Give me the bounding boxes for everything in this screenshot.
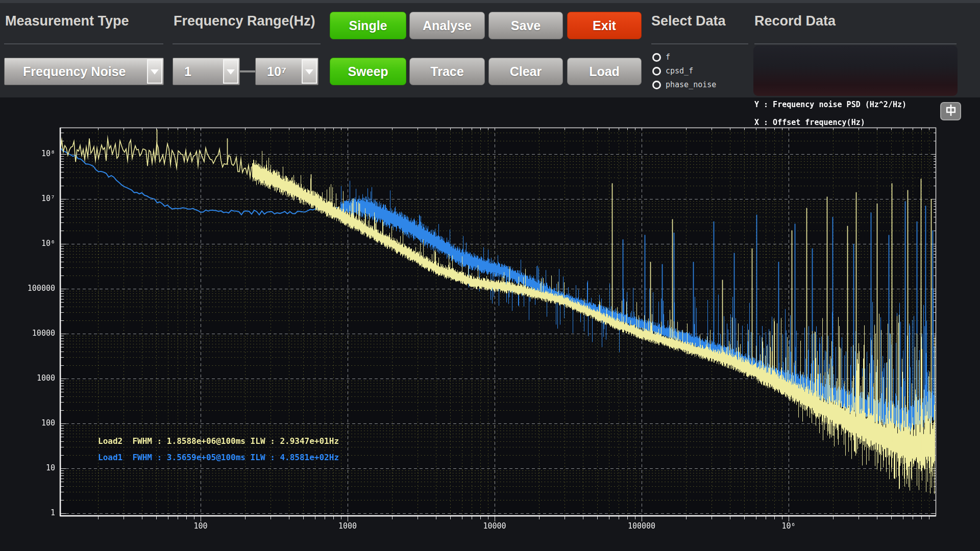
x-tick-label: 100000 [621, 521, 662, 531]
x-tick-label: 100 [180, 521, 221, 531]
trace-button[interactable]: Trace [409, 58, 485, 85]
chinese-lang-icon [946, 104, 956, 118]
radio-f-label: f [666, 53, 670, 62]
x-axis-note: X : Offset frequency(Hz) [754, 118, 865, 127]
single-button[interactable]: Single [330, 12, 406, 39]
y-tick-label: 100000 [10, 284, 55, 293]
x-tick-label: 10000 [474, 521, 515, 531]
separator [651, 43, 748, 44]
separator [173, 43, 321, 44]
language-toggle-button[interactable] [940, 102, 961, 120]
legend-load1: Load1 FWHM : 3.5659e+05@100ms ILW : 4.85… [98, 453, 339, 462]
measurement-type-value: Frequency Noise [5, 64, 126, 79]
dropdown-arrow-icon[interactable] [302, 59, 317, 84]
frequency-range-from-value: 1 [173, 64, 191, 79]
y-tick-label: 10 [10, 463, 55, 472]
clear-button[interactable]: Clear [488, 58, 563, 85]
measurement-type-select[interactable]: Frequency Noise [4, 58, 164, 85]
radio-cpsd-f-label: cpsd_f [666, 66, 693, 76]
record-data-label: Record Data [754, 13, 836, 29]
frequency-range-label: Frequency Range(Hz) [174, 13, 315, 29]
y-tick-label: 100 [10, 418, 55, 428]
y-tick-label: 10000 [10, 329, 55, 338]
radio-icon [652, 81, 661, 89]
load-button[interactable]: Load [567, 58, 642, 85]
exit-button[interactable]: Exit [567, 12, 642, 39]
range-connector [240, 70, 255, 72]
radio-icon [652, 67, 661, 76]
y-axis-note: Y : Frequency noise PSD (Hz^2/Hz) [754, 100, 906, 109]
record-data-panel [753, 45, 958, 96]
sweep-button[interactable]: Sweep [330, 58, 406, 85]
dropdown-arrow-icon[interactable] [223, 59, 238, 84]
x-tick-label: 10⁶ [768, 521, 809, 531]
y-tick-label: 1000 [10, 373, 55, 383]
save-button[interactable]: Save [488, 12, 563, 39]
y-tick-label: 1 [10, 508, 55, 517]
separator [754, 43, 957, 44]
measurement-type-label: Measurement Type [5, 13, 129, 29]
frequency-range-to-select[interactable]: 10⁷ [255, 58, 318, 85]
select-data-label: Select Data [651, 13, 726, 29]
y-tick-label: 10⁶ [10, 239, 55, 248]
y-tick-label: 10⁷ [10, 194, 55, 203]
x-tick-label: 1000 [327, 521, 368, 531]
radio-icon [652, 53, 661, 62]
radio-f[interactable]: f [652, 53, 670, 62]
radio-phase-noise[interactable]: phase_noise [652, 80, 716, 89]
frequency-range-to-value: 10⁷ [256, 64, 286, 79]
y-tick-label: 10⁸ [10, 149, 55, 158]
frequency-range-from-select[interactable]: 1 [173, 58, 240, 85]
radio-phase-noise-label: phase_noise [666, 80, 716, 89]
separator [4, 43, 163, 44]
toolbar: Measurement Type Frequency Noise Frequen… [0, 0, 980, 97]
app-window: 10⁸10⁷10⁶1000001000010001001011001000100… [0, 0, 980, 551]
analyse-button[interactable]: Analyse [409, 12, 485, 39]
radio-cpsd-f[interactable]: cpsd_f [652, 66, 693, 76]
legend-load2: Load2 FWHM : 1.8588e+06@100ms ILW : 2.93… [98, 436, 339, 446]
dropdown-arrow-icon[interactable] [147, 59, 162, 84]
